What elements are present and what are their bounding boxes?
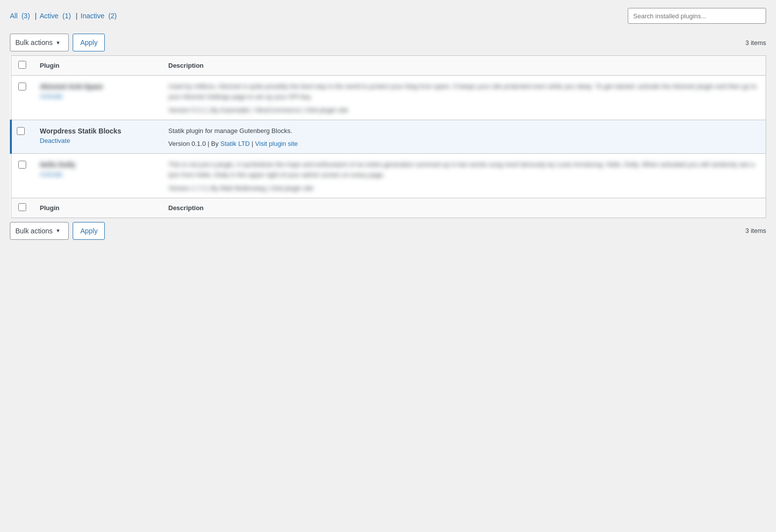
plugins-table: Plugin Description Akismet Anti-SpamActi… [10, 55, 766, 218]
table-row: Worpdress Statik BlocksDeactivateStatik … [11, 120, 766, 154]
plugin-description: Statik plugin for manage Gutenberg Block… [169, 126, 759, 136]
items-count-bottom: 3 items [745, 227, 766, 234]
table-row: Akismet Anti-SpamActivateUsed by million… [11, 76, 766, 120]
plugin-description: Used by millions, Akismet is quite possi… [169, 82, 759, 102]
filter-links: All (3) | Active (1) | Inactive (2) [10, 12, 119, 20]
plugin-col-header: Plugin [33, 56, 162, 76]
top-toolbar: Bulk actions ▼ Apply 3 items [10, 34, 766, 51]
plugin-col-footer: Plugin [33, 198, 162, 218]
plugin-name-cell: Akismet Anti-SpamActivate [33, 76, 162, 120]
search-bar [628, 8, 766, 24]
plugin-action-activate[interactable]: Activate [40, 92, 63, 100]
select-all-header[interactable] [11, 56, 33, 76]
plugin-name-cell: Hello DollyActivate [33, 154, 162, 198]
search-input[interactable] [628, 8, 766, 24]
toolbar-left-bottom: Bulk actions ▼ Apply [10, 222, 105, 240]
bottom-toolbar: Bulk actions ▼ Apply 3 items [10, 222, 766, 240]
toolbar-left: Bulk actions ▼ Apply [10, 34, 105, 51]
plugins-tbody: Akismet Anti-SpamActivateUsed by million… [11, 76, 766, 198]
plugin-name: Hello Dolly [40, 161, 155, 169]
apply-button-bottom[interactable]: Apply [73, 222, 105, 240]
apply-button-top[interactable]: Apply [73, 34, 105, 51]
chevron-down-icon-bottom: ▼ [55, 228, 60, 233]
sep2: | [76, 12, 78, 20]
plugin-action-deactivate[interactable]: Deactivate [40, 137, 70, 144]
row-checkbox-cell [11, 76, 33, 120]
row-checkbox[interactable] [18, 161, 26, 169]
plugin-description-cell: Used by millions, Akismet is quite possi… [162, 76, 766, 120]
plugin-name-cell: Worpdress Statik BlocksDeactivate [33, 120, 162, 154]
filter-all[interactable]: All (3) [10, 12, 32, 20]
table-row: Hello DollyActivateThis is not just a pl… [11, 154, 766, 198]
filter-active[interactable]: Active (1) [40, 12, 73, 20]
sep1: | [35, 12, 37, 20]
plugin-meta: Version 0.1.0 | By Statik LTD | Visit pl… [169, 140, 759, 147]
row-checkbox-cell [11, 154, 33, 198]
plugin-visit-link[interactable]: Visit plugin site [255, 140, 298, 147]
select-all-checkbox-footer[interactable] [18, 203, 26, 211]
plugin-description: This is not just a plugin, it symbolizes… [169, 160, 759, 180]
plugin-description-cell: This is not just a plugin, it symbolizes… [162, 154, 766, 198]
select-all-checkbox[interactable] [18, 61, 26, 69]
row-checkbox[interactable] [18, 83, 26, 90]
plugin-name: Akismet Anti-Spam [40, 83, 155, 90]
filter-inactive[interactable]: Inactive (2) [81, 12, 119, 20]
description-col-footer: Description [162, 198, 766, 218]
plugin-name: Worpdress Statik Blocks [40, 127, 155, 135]
plugin-meta: Version 1.7.2 | By Matt Mullenweg | Visi… [169, 184, 759, 192]
plugin-author-link[interactable]: Statik LTD [220, 140, 250, 147]
plugin-description-cell: Statik plugin for manage Gutenberg Block… [162, 120, 766, 154]
top-bar: All (3) | Active (1) | Inactive (2) [10, 8, 766, 29]
table-header: Plugin Description [11, 56, 766, 76]
description-col-header: Description [162, 56, 766, 76]
row-checkbox[interactable] [17, 127, 25, 135]
bulk-actions-dropdown[interactable]: Bulk actions ▼ [10, 34, 69, 51]
plugin-action-activate[interactable]: Activate [40, 171, 63, 178]
select-all-footer[interactable] [11, 198, 33, 218]
items-count-top: 3 items [745, 39, 766, 46]
bulk-actions-dropdown-bottom[interactable]: Bulk actions ▼ [10, 222, 69, 240]
table-footer: Plugin Description [11, 198, 766, 218]
row-checkbox-cell [11, 120, 33, 154]
chevron-down-icon: ▼ [55, 40, 60, 45]
page-wrapper: All (3) | Active (1) | Inactive (2) Bulk… [0, 0, 776, 248]
plugin-meta: Version 5.3.1 | By Automattic / WooComme… [169, 106, 759, 114]
